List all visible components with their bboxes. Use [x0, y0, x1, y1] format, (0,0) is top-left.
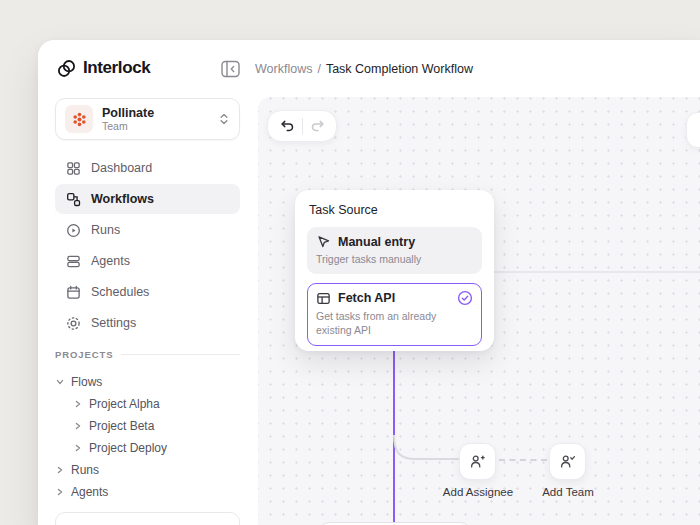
option-manual-entry[interactable]: Manual entry Trigger tasks manually	[307, 227, 482, 274]
breadcrumb-separator: /	[317, 62, 320, 76]
sidebar-item-label: Agents	[91, 254, 130, 268]
tree-item-flows[interactable]: Flows	[55, 371, 240, 393]
tree-item-agents[interactable]: Agents	[55, 481, 240, 503]
chevron-down-icon[interactable]	[55, 377, 65, 387]
tree-item-label: Flows	[71, 375, 102, 389]
app-window: Interlock Workflows / Task Completion Wo…	[38, 40, 700, 525]
sidebar-item-label: Schedules	[91, 285, 149, 299]
tree-item-project-deploy[interactable]: Project Deploy	[55, 437, 240, 459]
task-source-node[interactable]: Task Source Manual entry Trigger tasks m…	[295, 190, 494, 351]
app-logo: Interlock	[57, 58, 150, 78]
tree-item-label: Project Beta	[89, 419, 154, 433]
chevron-updown-icon	[218, 112, 230, 126]
branch-connector	[388, 435, 468, 465]
undo-icon	[279, 118, 295, 134]
tree-item-runs[interactable]: Runs	[55, 459, 240, 481]
interlock-logo-icon	[57, 59, 76, 78]
sidebar-item-label: Settings	[91, 316, 136, 330]
play-circle-icon	[65, 222, 81, 238]
option-description: Trigger tasks manually	[316, 252, 456, 266]
grid-icon	[65, 160, 81, 176]
option-title: Fetch API	[338, 291, 450, 305]
node-label-add-team: Add Team	[523, 486, 613, 498]
option-description: Get tasks from an already existing API	[316, 309, 456, 337]
check-circle-icon	[457, 290, 473, 306]
tree-item-label: Runs	[71, 463, 99, 477]
sidebar-nav: Dashboard Workflows Runs	[55, 153, 240, 339]
option-title: Manual entry	[338, 235, 473, 249]
redo-button[interactable]	[303, 111, 333, 141]
pollinate-flower-icon	[71, 111, 88, 128]
tree-item-label: Project Deploy	[89, 441, 167, 455]
chevron-right-icon[interactable]	[73, 399, 83, 409]
history-toolbar	[267, 110, 337, 142]
dashed-connector	[499, 459, 547, 461]
sidebar-item-dashboard[interactable]: Dashboard	[55, 153, 240, 183]
sidebar-item-label: Runs	[91, 223, 120, 237]
add-assignee-node[interactable]	[459, 443, 496, 480]
person-check-icon	[559, 453, 576, 470]
node-label-add-assignee: Add Assignee	[433, 486, 523, 498]
workflow-icon	[65, 191, 81, 207]
tree-item-project-alpha[interactable]: Project Alpha	[55, 393, 240, 415]
projects-label: PROJECTS	[55, 349, 113, 360]
team-meta: Pollinate Team	[102, 106, 209, 132]
sidebar-item-runs[interactable]: Runs	[55, 215, 240, 245]
team-type: Team	[102, 120, 209, 132]
projects-heading: PROJECTS	[55, 349, 240, 360]
redo-icon	[310, 118, 326, 134]
team-selector[interactable]: Pollinate Team	[55, 98, 240, 140]
table-icon	[316, 291, 331, 306]
sidebar-item-settings[interactable]: Settings	[55, 308, 240, 338]
tree-item-label: Agents	[71, 485, 108, 499]
cursor-icon	[316, 234, 331, 249]
undo-button[interactable]	[272, 111, 302, 141]
breadcrumb-section[interactable]: Workflows	[255, 62, 312, 76]
tree-item-label: Project Alpha	[89, 397, 160, 411]
workflow-canvas[interactable]: Task Source Manual entry Trigger tasks m…	[258, 97, 700, 525]
breadcrumb-current: Task Completion Workflow	[326, 62, 473, 76]
app-title: Interlock	[83, 58, 150, 78]
gear-icon	[65, 315, 81, 331]
sidebar-bottom-button[interactable]	[55, 512, 240, 525]
agents-icon	[65, 253, 81, 269]
team-name: Pollinate	[102, 106, 209, 120]
canvas-edge-control[interactable]	[686, 112, 700, 148]
canvas-connector-faint	[490, 271, 700, 273]
add-team-node[interactable]	[549, 443, 586, 480]
projects-tree: Flows Project Alpha Project Beta Project…	[55, 371, 240, 503]
sidebar-item-schedules[interactable]: Schedules	[55, 277, 240, 307]
node-title: Task Source	[309, 203, 482, 217]
projects-divider	[121, 354, 240, 355]
sidebar-collapse-icon[interactable]	[221, 60, 241, 78]
chevron-right-icon[interactable]	[55, 465, 65, 475]
sidebar-item-label: Workflows	[91, 192, 154, 206]
breadcrumb: Workflows / Task Completion Workflow	[255, 62, 473, 76]
sidebar-item-agents[interactable]: Agents	[55, 246, 240, 276]
person-add-icon	[469, 453, 486, 470]
chevron-right-icon[interactable]	[73, 421, 83, 431]
team-avatar	[65, 105, 93, 133]
sidebar-item-workflows[interactable]: Workflows	[55, 184, 240, 214]
chevron-right-icon[interactable]	[73, 443, 83, 453]
tree-item-project-beta[interactable]: Project Beta	[55, 415, 240, 437]
option-fetch-api[interactable]: Fetch API Get tasks from an already exis…	[307, 283, 482, 345]
sidebar-item-label: Dashboard	[91, 161, 152, 175]
calendar-icon	[65, 284, 81, 300]
chevron-right-icon[interactable]	[55, 487, 65, 497]
